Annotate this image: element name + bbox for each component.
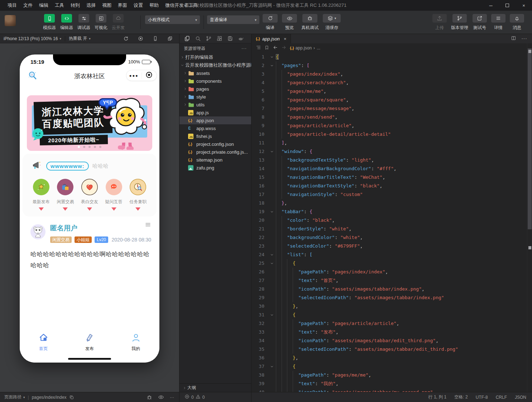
mode-select[interactable]: 小程序模式 ▾ — [145, 15, 200, 24]
indent-setting[interactable]: 空格: 2 — [454, 394, 468, 400]
debug-icon[interactable] — [147, 394, 152, 400]
tab-app-json[interactable]: {..} app.json × — [251, 34, 291, 43]
carousel-dot[interactable] — [83, 146, 85, 148]
banner-carousel[interactable]: 浙江农林大学 百度贴吧团队 2020年纳新开始啦~ YEP ✦ ✦ — [27, 95, 152, 151]
fold-chevron-icon[interactable] — [268, 311, 276, 319]
code-line-33[interactable]: 33 "text": "发布", — [251, 328, 527, 336]
code-line-39[interactable]: 39 "text": "我的", — [251, 379, 527, 388]
code-line-29[interactable]: 29 "selectedIconPath": "assets/images/ta… — [251, 293, 527, 302]
code-line-37[interactable]: 37 { — [251, 362, 527, 371]
toolbar-button-模拟器[interactable]: 模拟器 — [43, 14, 56, 31]
fold-chevron-icon[interactable] — [268, 362, 276, 371]
code-line-18[interactable]: 18 }, — [251, 199, 527, 207]
toolbar-button-编译[interactable]: 编译 — [263, 14, 278, 31]
code-line-32[interactable]: 32 "pagePath": "pages/article/article", — [251, 319, 527, 328]
code-line-8[interactable]: 8 "pages/send/send", — [251, 113, 527, 121]
code-line-20[interactable]: 20 "color": "black", — [251, 216, 527, 225]
announcement-row[interactable]: wwwwwww: 哈哈哈 — [23, 160, 157, 172]
code-line-27[interactable]: 27 "text": "首页", — [251, 276, 527, 285]
back-arrow-icon[interactable] — [273, 45, 278, 51]
bookmark-icon[interactable] — [264, 45, 269, 51]
capsule-exit-button[interactable] — [142, 71, 157, 80]
menu-item[interactable]: 工具 — [52, 0, 67, 11]
editor-scrollbar[interactable] — [527, 43, 532, 392]
category-闲置交易[interactable]: 闲置交易 — [53, 179, 78, 211]
code-line-1[interactable]: 1{ — [251, 53, 527, 61]
file-item-project.config.json[interactable]: {..}project.config.json — [179, 140, 251, 148]
carousel-dot[interactable] — [78, 146, 80, 148]
file-item-utils[interactable]: utils — [179, 101, 251, 109]
category-疑问互答[interactable]: 疑问互答 — [102, 179, 126, 211]
fold-chevron-icon[interactable] — [268, 259, 276, 268]
code-line-25[interactable]: 25 { — [251, 259, 527, 268]
more-actions-icon[interactable]: ··· — [521, 35, 527, 42]
code-line-24[interactable]: 24 "list": [ — [251, 250, 527, 259]
cursor-position[interactable]: 行 1, 列 1 — [428, 394, 447, 400]
code-line-26[interactable]: 26 "pagePath": "pages/index/index", — [251, 268, 527, 276]
carousel-dot[interactable] — [99, 146, 101, 148]
avatar[interactable] — [30, 224, 45, 241]
more-actions-icon[interactable]: ··· — [241, 46, 247, 51]
code-line-7[interactable]: 7 "pages/message/message", — [251, 104, 527, 113]
post-card[interactable]: 匿名用户 闲置交易小姐姐Lv20 2020-08-28 08:30 哈哈哈哈哈哈… — [20, 216, 159, 271]
code-line-13[interactable]: 13 "backgroundTextStyle": "light", — [251, 156, 527, 164]
device-select[interactable]: iPhone 12/13 (Pro) 100% 16 ▾ — [0, 34, 65, 43]
eol-setting[interactable]: CRLF — [496, 395, 507, 400]
phone-tab-首页[interactable]: 首页 — [34, 333, 53, 363]
toolbar-button-可视化[interactable]: 可视化 — [95, 14, 107, 31]
close-icon[interactable]: × — [284, 36, 287, 42]
code-line-4[interactable]: 4 "pages/serach/search", — [251, 78, 527, 87]
menu-item[interactable]: 项目 — [4, 0, 20, 11]
outline-icon[interactable] — [256, 45, 261, 51]
split-editor-icon[interactable] — [511, 35, 516, 42]
encoding-setting[interactable]: UTF-8 — [476, 395, 488, 400]
code-line-10[interactable]: 10 "pages/article-detail/article-detail" — [251, 130, 527, 139]
toolbar-button-上传[interactable]: 上传 — [432, 14, 447, 31]
stop-icon[interactable] — [138, 36, 143, 42]
page-path-select[interactable]: 页面路径 ▾ — [4, 394, 25, 400]
file-item-app.json[interactable]: {..}app.json — [179, 116, 251, 124]
search-icon[interactable] — [195, 35, 201, 42]
toolbar-button-消息[interactable]: 消息 — [510, 14, 524, 31]
category-最新发布[interactable]: 最新发布 — [29, 179, 53, 211]
file-item-app.js[interactable]: JSapp.js — [179, 109, 251, 116]
fold-chevron-icon[interactable] — [268, 250, 276, 259]
file-item-app.wxss[interactable]: Ɛapp.wxss — [179, 124, 251, 132]
file-item-fishei.js[interactable]: JSfishei.js — [179, 132, 251, 140]
whale-icon[interactable] — [238, 35, 244, 42]
code-line-15[interactable]: 15 "navigationBarTitleText": "WeChat", — [251, 173, 527, 182]
code-line-23[interactable]: 23 "selectedColor": "#6799FF", — [251, 242, 527, 250]
eye-icon[interactable] — [158, 394, 164, 400]
toolbar-button-详情[interactable]: 详情 — [491, 14, 505, 31]
menu-item[interactable]: 帮助 — [146, 0, 162, 11]
code-line-12[interactable]: 12 "window": { — [251, 147, 527, 156]
file-item-project.private.config.js...[interactable]: {..}project.private.config.js... — [179, 148, 251, 156]
phone-icon[interactable] — [153, 36, 158, 42]
code-line-34[interactable]: 34 "iconPath": "assets/images/tabbar/edi… — [251, 336, 527, 345]
code-line-3[interactable]: 3 "pages/index/index", — [251, 70, 527, 78]
code-line-19[interactable]: 19 "tabBar": { — [251, 207, 527, 216]
code-line-2[interactable]: 2 "pages": [ — [251, 61, 527, 70]
toolbar-button-调试器[interactable]: 调试器 — [77, 14, 90, 31]
toolbar-button-真机调试[interactable]: 真机调试 — [301, 14, 318, 31]
code-line-31[interactable]: 31 { — [251, 311, 527, 319]
toolbar-button-云开发[interactable]: 云开发 — [112, 14, 125, 31]
code-line-22[interactable]: 22 "backgroundColor": "white", — [251, 233, 527, 242]
code-line-17[interactable]: 17 "navigationStyle": "custom" — [251, 190, 527, 199]
copy-icon[interactable] — [69, 395, 74, 400]
scrollbar-thumb[interactable] — [528, 48, 532, 229]
compile-select[interactable]: 普通编译 ▾ — [207, 15, 259, 24]
menu-item[interactable]: 编辑 — [36, 0, 52, 11]
maximize-button[interactable] — [499, 0, 516, 11]
menu-item[interactable]: 选择 — [83, 0, 99, 11]
code-line-16[interactable]: 16 "navigationBarTextStyle": "black", — [251, 182, 527, 190]
files-icon[interactable] — [184, 35, 190, 42]
breadcrumb-file[interactable]: {..} app.json › ... — [290, 46, 320, 51]
fold-chevron-icon[interactable] — [268, 53, 276, 61]
menu-item[interactable]: 界面 — [115, 0, 130, 11]
file-item-pages[interactable]: pages — [179, 85, 251, 93]
hot-reload-toggle[interactable]: 热重载 开 ▾ — [65, 34, 94, 43]
code-line-40[interactable]: 40 "iconPath": "assets/images/tabbar/my_… — [251, 388, 527, 392]
code-line-9[interactable]: 9 "pages/article/article", — [251, 121, 527, 130]
carousel-dot[interactable] — [88, 146, 91, 148]
